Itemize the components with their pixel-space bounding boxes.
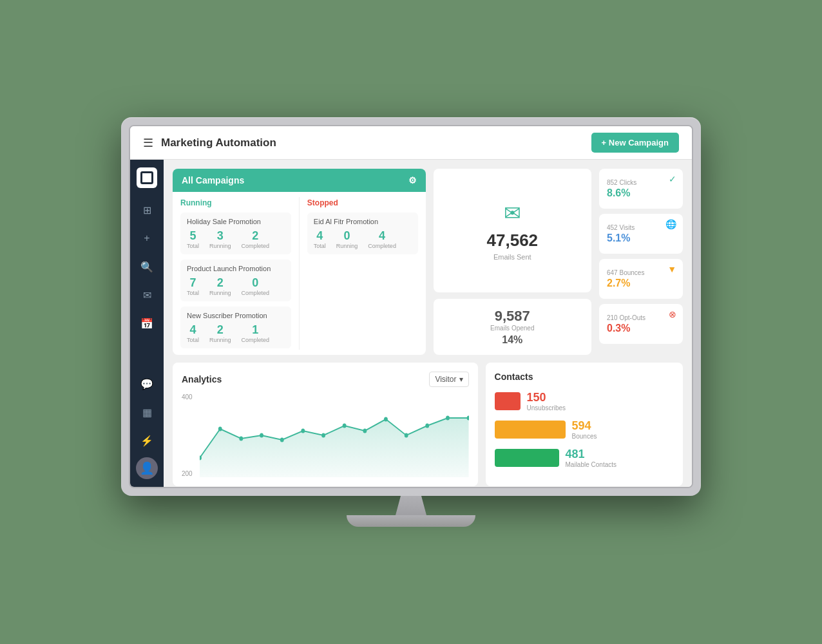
bounces-bar bbox=[495, 421, 566, 439]
stat-completed-3: 1 Completed bbox=[242, 323, 270, 343]
contacts-panel: Contacts 150 Unsubscribes bbox=[486, 363, 683, 486]
content-area: All Campaigns ⚙ Running Holiday Sale Pro… bbox=[164, 160, 692, 487]
stat-total: 5 Total bbox=[187, 229, 199, 249]
campaign-name-holiday: Holiday Sale Promotion bbox=[187, 218, 285, 225]
chart-dot bbox=[446, 416, 450, 421]
emails-sent-label: Emails Sent bbox=[493, 253, 531, 261]
small-stats-panel: ✓ 852 Clicks 8.6% 🌐 452 Visits 5.1% bbox=[599, 169, 683, 355]
campaign-stats-product: 7 Total 2 Running bbox=[187, 276, 285, 296]
sidebar-icon-chat[interactable]: 💬 bbox=[135, 372, 158, 395]
campaign-card-holiday: Holiday Sale Promotion 5 Total bbox=[180, 213, 291, 254]
sidebar-icon-add[interactable]: + bbox=[135, 227, 158, 250]
top-bar: ☰ Marketing Automation + New Campaign bbox=[130, 126, 692, 160]
campaign-stats-holiday: 5 Total 3 Running bbox=[187, 229, 285, 249]
emails-sent-count: 47,562 bbox=[487, 231, 539, 251]
stat-running-3: 2 Running bbox=[209, 323, 231, 343]
sidebar-logo bbox=[137, 167, 157, 188]
chart-dot bbox=[363, 429, 367, 433]
contact-row-mailable: 481 Mailable Contacts bbox=[495, 448, 674, 468]
monitor-stand-neck bbox=[385, 496, 437, 515]
chart-dot bbox=[425, 424, 429, 428]
chart-dot bbox=[384, 417, 388, 422]
app-title: Marketing Automation bbox=[161, 137, 276, 149]
clicks-icon: ✓ bbox=[669, 174, 676, 184]
contact-row-bounces: 594 Bounces bbox=[495, 419, 674, 440]
analytics-dropdown[interactable]: Visitor ▾ bbox=[429, 372, 468, 387]
clicks-stat-card: ✓ 852 Clicks 8.6% bbox=[599, 169, 683, 209]
sidebar-icon-table[interactable]: ▦ bbox=[135, 401, 158, 424]
mailable-count: 481 bbox=[566, 448, 616, 461]
main-layout: ⊞ + 🔍 ✉ 📅 💬 ▦ ⚡ 👤 bbox=[130, 160, 692, 487]
stat-running-eid: 0 Running bbox=[336, 229, 358, 249]
unsubscribes-label: Unsubscribes bbox=[527, 404, 566, 412]
emails-opened-label: Emails Opened bbox=[444, 325, 581, 332]
clicks-value: 8.6% bbox=[607, 187, 675, 199]
visits-icon: 🌐 bbox=[665, 219, 676, 229]
campaign-stats-eid: 4 Total 0 Running bbox=[314, 229, 412, 249]
analytics-dropdown-label: Visitor bbox=[435, 375, 456, 384]
sidebar-icon-email[interactable]: ✉ bbox=[135, 283, 158, 307]
stopped-label: Stopped bbox=[307, 198, 418, 207]
bottom-row: Analytics Visitor ▾ 400 200 bbox=[173, 363, 683, 486]
optouts-stat-card: ⊗ 210 Opt-Outs 0.3% bbox=[599, 304, 683, 344]
analytics-title: Analytics bbox=[182, 374, 222, 384]
stat-completed-eid: 4 Completed bbox=[368, 229, 396, 249]
chart-dot bbox=[218, 427, 222, 431]
analytics-panel: Analytics Visitor ▾ 400 200 bbox=[173, 363, 478, 486]
chart-dot bbox=[198, 456, 202, 460]
campaigns-body: Running Holiday Sale Promotion 5 Total bbox=[173, 192, 426, 355]
chart-dot bbox=[301, 429, 305, 433]
email-envelope-icon: ✉ bbox=[504, 201, 521, 225]
stat-running-2: 2 Running bbox=[209, 276, 231, 296]
stat-running: 3 Running bbox=[209, 229, 231, 249]
campaigns-header: All Campaigns ⚙ bbox=[173, 169, 426, 192]
campaigns-panel: All Campaigns ⚙ Running Holiday Sale Pro… bbox=[173, 169, 426, 355]
sidebar: ⊞ + 🔍 ✉ 📅 💬 ▦ ⚡ 👤 bbox=[130, 160, 164, 487]
chart-dot bbox=[343, 424, 347, 428]
bounces-stat-card: ▼ 647 Bounces 2.7% bbox=[599, 259, 683, 299]
contact-info-unsubscribes: 150 Unsubscribes bbox=[527, 391, 566, 412]
campaigns-settings-icon[interactable]: ⚙ bbox=[408, 175, 417, 185]
emails-opened-card: 9,587 Emails Opened 14% bbox=[434, 299, 591, 355]
contact-info-mailable: 481 Mailable Contacts bbox=[566, 448, 616, 468]
running-column: Running Holiday Sale Promotion 5 Total bbox=[173, 192, 299, 355]
sidebar-icon-calendar[interactable]: 📅 bbox=[135, 312, 158, 335]
analytics-chart bbox=[182, 393, 469, 477]
stat-total-2: 7 Total bbox=[187, 276, 199, 296]
optouts-value: 0.3% bbox=[607, 323, 675, 334]
mailable-bar bbox=[495, 449, 559, 467]
bounces-icon: ▼ bbox=[667, 264, 676, 274]
chart-dot bbox=[405, 433, 408, 438]
chart-dot bbox=[321, 433, 325, 438]
sidebar-icon-search[interactable]: 🔍 bbox=[135, 255, 158, 278]
campaign-card-subscriber: New Suscriber Promotion 4 Total bbox=[180, 307, 291, 348]
contact-info-bounces: 594 Bounces bbox=[572, 419, 597, 440]
campaign-card-eid: Eid Al Fitr Promotion 4 Total bbox=[307, 213, 418, 254]
visits-value: 5.1% bbox=[607, 232, 675, 244]
chart-y-400: 400 bbox=[182, 393, 193, 401]
chart-y-200: 200 bbox=[182, 470, 193, 477]
sidebar-icon-grid[interactable]: ⊞ bbox=[135, 198, 158, 222]
top-bar-left: ☰ Marketing Automation bbox=[143, 136, 276, 150]
hamburger-icon[interactable]: ☰ bbox=[143, 136, 153, 150]
top-row: All Campaigns ⚙ Running Holiday Sale Pro… bbox=[173, 169, 683, 355]
unsubscribes-count: 150 bbox=[527, 391, 566, 404]
sidebar-icon-lightning[interactable]: ⚡ bbox=[135, 429, 158, 452]
new-campaign-button[interactable]: + New Campaign bbox=[591, 133, 679, 153]
emails-sent-card: ✉ 47,562 Emails Sent bbox=[434, 169, 591, 292]
campaign-name-product: Product Launch Promotion bbox=[187, 265, 285, 272]
visits-stat-card: 🌐 452 Visits 5.1% bbox=[599, 214, 683, 254]
chart-area: 400 200 bbox=[182, 393, 469, 477]
campaign-card-product: Product Launch Promotion 7 Total bbox=[180, 260, 291, 301]
sidebar-logo-inner bbox=[140, 171, 153, 184]
sidebar-avatar[interactable]: 👤 bbox=[136, 457, 158, 479]
bounces-label: Bounces bbox=[572, 433, 597, 440]
campaign-name-subscriber: New Suscriber Promotion bbox=[187, 312, 285, 319]
monitor-stand-base bbox=[347, 515, 475, 527]
bounces-label: 647 Bounces bbox=[607, 269, 675, 276]
analytics-header: Analytics Visitor ▾ bbox=[182, 372, 469, 387]
chart-dot bbox=[239, 437, 243, 441]
bounces-count: 594 bbox=[572, 419, 597, 433]
optouts-icon: ⊗ bbox=[669, 309, 676, 319]
emails-opened-pct: 14% bbox=[444, 334, 581, 346]
